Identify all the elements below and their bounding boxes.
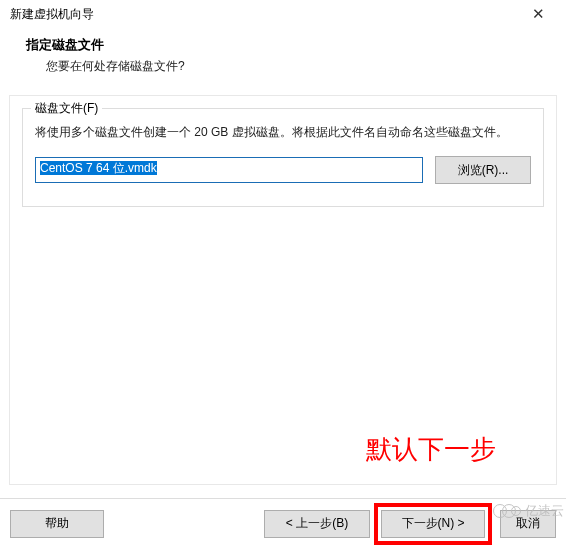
wizard-header: 指定磁盘文件 您要在何处存储磁盘文件?: [0, 28, 566, 89]
button-bar: 帮助 < 上一步(B) 下一步(N) > 取消: [0, 498, 566, 548]
page-subtitle: 您要在何处存储磁盘文件?: [26, 58, 554, 75]
disk-file-input[interactable]: CentOS 7 64 位.vmdk: [35, 157, 423, 183]
input-selected-text: CentOS 7 64 位.vmdk: [40, 161, 157, 175]
close-icon: ✕: [532, 5, 545, 23]
disk-file-fieldset: 磁盘文件(F) 将使用多个磁盘文件创建一个 20 GB 虚拟磁盘。将根据此文件名…: [22, 108, 544, 207]
close-button[interactable]: ✕: [518, 3, 558, 25]
annotation-text: 默认下一步: [366, 432, 496, 467]
page-title: 指定磁盘文件: [26, 36, 554, 54]
fieldset-description: 将使用多个磁盘文件创建一个 20 GB 虚拟磁盘。将根据此文件名自动命名这些磁盘…: [35, 123, 531, 142]
next-button[interactable]: 下一步(N) >: [381, 510, 485, 538]
input-row: CentOS 7 64 位.vmdk 浏览(R)...: [35, 156, 531, 184]
title-bar: 新建虚拟机向导 ✕: [0, 0, 566, 28]
cancel-button[interactable]: 取消: [500, 510, 556, 538]
back-button[interactable]: < 上一步(B): [264, 510, 370, 538]
window-title: 新建虚拟机向导: [10, 6, 94, 23]
next-button-highlight: 下一步(N) >: [374, 503, 492, 545]
fieldset-legend: 磁盘文件(F): [31, 100, 102, 117]
help-button[interactable]: 帮助: [10, 510, 104, 538]
browse-button[interactable]: 浏览(R)...: [435, 156, 531, 184]
content-area: 磁盘文件(F) 将使用多个磁盘文件创建一个 20 GB 虚拟磁盘。将根据此文件名…: [9, 95, 557, 485]
